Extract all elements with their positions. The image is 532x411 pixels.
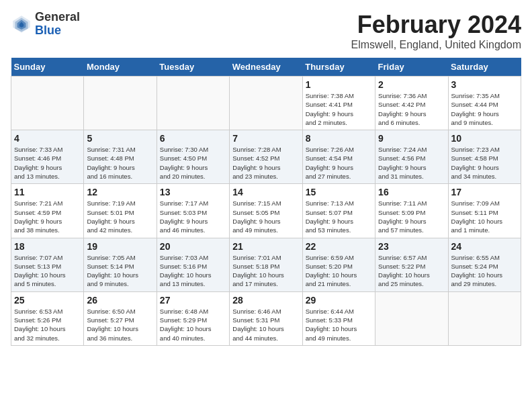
- day-cell: 12Sunrise: 7:19 AM Sunset: 5:01 PM Dayli…: [84, 184, 157, 238]
- day-info: Sunrise: 6:48 AM Sunset: 5:29 PM Dayligh…: [160, 307, 226, 342]
- header-cell-wednesday: Wednesday: [230, 58, 302, 77]
- day-cell: 3Sunrise: 7:35 AM Sunset: 4:44 PM Daylig…: [448, 77, 521, 130]
- day-cell: 20Sunrise: 7:03 AM Sunset: 5:16 PM Dayli…: [157, 238, 229, 291]
- day-number: 17: [451, 187, 518, 197]
- day-cell: 26Sunrise: 6:50 AM Sunset: 5:27 PM Dayli…: [84, 291, 157, 345]
- day-cell: 16Sunrise: 7:11 AM Sunset: 5:09 PM Dayli…: [375, 184, 448, 238]
- day-cell: 11Sunrise: 7:21 AM Sunset: 4:59 PM Dayli…: [11, 184, 84, 238]
- day-cell: [230, 77, 302, 130]
- day-info: Sunrise: 7:33 AM Sunset: 4:46 PM Dayligh…: [14, 145, 81, 181]
- header-cell-friday: Friday: [375, 58, 448, 77]
- day-number: 25: [14, 295, 81, 306]
- week-row-4: 18Sunrise: 7:07 AM Sunset: 5:13 PM Dayli…: [11, 238, 521, 291]
- day-info: Sunrise: 6:44 AM Sunset: 5:33 PM Dayligh…: [306, 307, 372, 342]
- day-info: Sunrise: 6:55 AM Sunset: 5:24 PM Dayligh…: [451, 253, 518, 289]
- day-number: 19: [87, 241, 153, 252]
- day-cell: 14Sunrise: 7:15 AM Sunset: 5:05 PM Dayli…: [230, 184, 302, 238]
- header-cell-sunday: Sunday: [11, 58, 84, 77]
- day-number: 20: [160, 241, 226, 252]
- title-section: February 2024 Elmswell, England, United …: [351, 11, 521, 51]
- day-info: Sunrise: 7:38 AM Sunset: 4:41 PM Dayligh…: [306, 91, 372, 127]
- day-info: Sunrise: 7:01 AM Sunset: 5:18 PM Dayligh…: [232, 253, 299, 289]
- logo: General Blue: [11, 11, 80, 38]
- day-info: Sunrise: 7:36 AM Sunset: 4:42 PM Dayligh…: [378, 91, 445, 127]
- day-number: 12: [87, 187, 153, 197]
- day-number: 4: [14, 133, 81, 144]
- day-info: Sunrise: 7:03 AM Sunset: 5:16 PM Dayligh…: [160, 253, 226, 289]
- day-cell: 29Sunrise: 6:44 AM Sunset: 5:33 PM Dayli…: [302, 291, 375, 345]
- header-cell-thursday: Thursday: [302, 58, 375, 77]
- day-number: 6: [160, 133, 226, 144]
- day-number: 29: [306, 295, 372, 306]
- day-cell: [448, 291, 521, 345]
- week-row-5: 25Sunrise: 6:53 AM Sunset: 5:26 PM Dayli…: [11, 291, 521, 345]
- day-number: 22: [306, 241, 372, 252]
- day-cell: 5Sunrise: 7:31 AM Sunset: 4:48 PM Daylig…: [84, 130, 157, 184]
- day-cell: 8Sunrise: 7:26 AM Sunset: 4:54 PM Daylig…: [302, 130, 375, 184]
- day-cell: 24Sunrise: 6:55 AM Sunset: 5:24 PM Dayli…: [448, 238, 521, 291]
- logo-text: General Blue: [35, 11, 80, 38]
- day-cell: 28Sunrise: 6:46 AM Sunset: 5:31 PM Dayli…: [230, 291, 302, 345]
- day-cell: [157, 77, 229, 130]
- day-number: 10: [451, 133, 518, 144]
- day-info: Sunrise: 7:17 AM Sunset: 5:03 PM Dayligh…: [160, 199, 226, 234]
- day-info: Sunrise: 7:35 AM Sunset: 4:44 PM Dayligh…: [451, 91, 518, 127]
- day-cell: 1Sunrise: 7:38 AM Sunset: 4:41 PM Daylig…: [302, 77, 375, 130]
- day-info: Sunrise: 7:31 AM Sunset: 4:48 PM Dayligh…: [87, 145, 153, 181]
- calendar-table: SundayMondayTuesdayWednesdayThursdayFrid…: [11, 58, 521, 346]
- day-number: 1: [306, 79, 372, 90]
- page-header: General Blue February 2024 Elmswell, Eng…: [11, 11, 521, 51]
- day-number: 7: [232, 133, 299, 144]
- day-info: Sunrise: 7:23 AM Sunset: 4:58 PM Dayligh…: [451, 145, 518, 181]
- day-number: 24: [451, 241, 518, 252]
- day-number: 18: [14, 241, 81, 252]
- day-number: 21: [232, 241, 299, 252]
- day-info: Sunrise: 6:46 AM Sunset: 5:31 PM Dayligh…: [232, 307, 299, 342]
- month-title: February 2024: [351, 11, 521, 39]
- day-cell: 22Sunrise: 6:59 AM Sunset: 5:20 PM Dayli…: [302, 238, 375, 291]
- week-row-2: 4Sunrise: 7:33 AM Sunset: 4:46 PM Daylig…: [11, 130, 521, 184]
- day-cell: 15Sunrise: 7:13 AM Sunset: 5:07 PM Dayli…: [302, 184, 375, 238]
- day-info: Sunrise: 7:09 AM Sunset: 5:11 PM Dayligh…: [451, 199, 518, 234]
- day-info: Sunrise: 6:57 AM Sunset: 5:22 PM Dayligh…: [378, 253, 445, 289]
- header-cell-monday: Monday: [84, 58, 157, 77]
- day-info: Sunrise: 7:11 AM Sunset: 5:09 PM Dayligh…: [378, 199, 445, 234]
- day-info: Sunrise: 7:30 AM Sunset: 4:50 PM Dayligh…: [160, 145, 226, 181]
- day-cell: 17Sunrise: 7:09 AM Sunset: 5:11 PM Dayli…: [448, 184, 521, 238]
- day-cell: 25Sunrise: 6:53 AM Sunset: 5:26 PM Dayli…: [11, 291, 84, 345]
- day-info: Sunrise: 7:21 AM Sunset: 4:59 PM Dayligh…: [14, 199, 81, 234]
- calendar-header: SundayMondayTuesdayWednesdayThursdayFrid…: [11, 58, 521, 77]
- logo-icon: [11, 13, 32, 35]
- day-cell: 9Sunrise: 7:24 AM Sunset: 4:56 PM Daylig…: [375, 130, 448, 184]
- day-number: 13: [160, 187, 226, 197]
- location-title: Elmswell, England, United Kingdom: [351, 39, 521, 51]
- day-cell: 23Sunrise: 6:57 AM Sunset: 5:22 PM Dayli…: [375, 238, 448, 291]
- day-info: Sunrise: 6:50 AM Sunset: 5:27 PM Dayligh…: [87, 307, 153, 342]
- day-number: 2: [378, 79, 445, 90]
- calendar-body: 1Sunrise: 7:38 AM Sunset: 4:41 PM Daylig…: [11, 77, 521, 346]
- day-cell: [84, 77, 157, 130]
- week-row-3: 11Sunrise: 7:21 AM Sunset: 4:59 PM Dayli…: [11, 184, 521, 238]
- day-info: Sunrise: 7:05 AM Sunset: 5:14 PM Dayligh…: [87, 253, 153, 289]
- day-cell: 6Sunrise: 7:30 AM Sunset: 4:50 PM Daylig…: [157, 130, 229, 184]
- day-cell: 18Sunrise: 7:07 AM Sunset: 5:13 PM Dayli…: [11, 238, 84, 291]
- day-number: 23: [378, 241, 445, 252]
- day-cell: 27Sunrise: 6:48 AM Sunset: 5:29 PM Dayli…: [157, 291, 229, 345]
- day-info: Sunrise: 7:15 AM Sunset: 5:05 PM Dayligh…: [232, 199, 299, 234]
- day-number: 15: [306, 187, 372, 197]
- day-number: 27: [160, 295, 226, 306]
- day-cell: 7Sunrise: 7:28 AM Sunset: 4:52 PM Daylig…: [230, 130, 302, 184]
- day-number: 3: [451, 79, 518, 90]
- day-info: Sunrise: 7:13 AM Sunset: 5:07 PM Dayligh…: [306, 199, 372, 234]
- day-cell: 2Sunrise: 7:36 AM Sunset: 4:42 PM Daylig…: [375, 77, 448, 130]
- day-cell: [375, 291, 448, 345]
- day-info: Sunrise: 7:24 AM Sunset: 4:56 PM Dayligh…: [378, 145, 445, 181]
- day-info: Sunrise: 7:26 AM Sunset: 4:54 PM Dayligh…: [306, 145, 372, 181]
- day-number: 14: [232, 187, 299, 197]
- day-cell: 21Sunrise: 7:01 AM Sunset: 5:18 PM Dayli…: [230, 238, 302, 291]
- day-info: Sunrise: 6:53 AM Sunset: 5:26 PM Dayligh…: [14, 307, 81, 342]
- day-number: 16: [378, 187, 445, 197]
- day-info: Sunrise: 7:07 AM Sunset: 5:13 PM Dayligh…: [14, 253, 81, 289]
- day-cell: 13Sunrise: 7:17 AM Sunset: 5:03 PM Dayli…: [157, 184, 229, 238]
- day-number: 9: [378, 133, 445, 144]
